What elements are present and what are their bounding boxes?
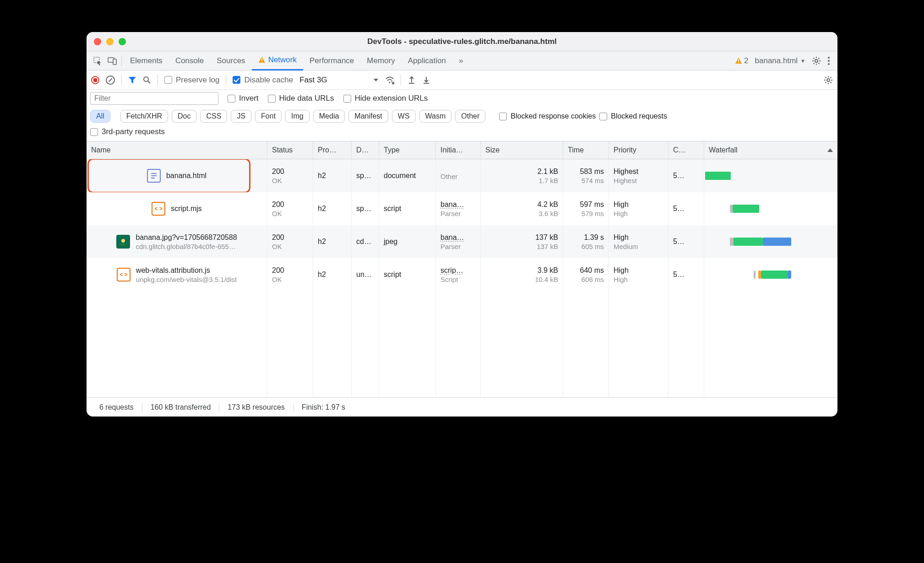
- svg-line-13: [818, 63, 819, 64]
- chip-img[interactable]: Img: [285, 110, 310, 123]
- network-settings-icon[interactable]: [824, 76, 833, 85]
- script-icon: < >: [117, 268, 130, 282]
- col-waterfall[interactable]: Waterfall: [704, 141, 837, 159]
- tab-performance[interactable]: Performance: [303, 51, 360, 70]
- svg-line-12: [814, 58, 815, 59]
- status-requests: 6 requests: [91, 403, 142, 411]
- svg-line-34: [826, 82, 826, 83]
- resource-origin: unpkg.com/web-vitals@3.5.1/dist: [136, 276, 237, 283]
- export-har-icon[interactable]: [408, 76, 416, 84]
- hide-data-urls-checkbox[interactable]: Hide data URLs: [268, 94, 334, 103]
- warning-icon: [258, 56, 266, 64]
- col-type[interactable]: Type: [379, 141, 436, 159]
- waterfall-bar: [704, 258, 837, 291]
- filter-bar: Invert Hide data URLs Hide extension URL…: [87, 90, 837, 107]
- waterfall-bar: [704, 159, 837, 192]
- chip-manifest[interactable]: Manifest: [348, 110, 388, 123]
- warning-icon: [735, 57, 742, 65]
- chip-media[interactable]: Media: [313, 110, 345, 123]
- blocked-response-cookies-checkbox[interactable]: Blocked response cookies: [499, 112, 596, 120]
- chip-fetch-xhr[interactable]: Fetch/XHR: [120, 110, 168, 123]
- throttling-select[interactable]: Fast 3G: [299, 76, 378, 85]
- titlebar: DevTools - speculative-rules.glitch.me/b…: [87, 32, 837, 51]
- initiator-link: Other: [440, 173, 476, 180]
- invert-checkbox[interactable]: Invert: [228, 94, 259, 103]
- col-initiator[interactable]: Initia…: [436, 141, 481, 159]
- search-icon[interactable]: [143, 76, 151, 84]
- separator: [226, 75, 226, 86]
- tab-network[interactable]: Network: [252, 51, 303, 70]
- network-row[interactable]: banana.jpg?v=1705668720588 cdn.glitch.gl…: [87, 225, 837, 258]
- import-har-icon[interactable]: [422, 76, 430, 84]
- network-table-body: banana.html 200OK h2 sp… document Other …: [87, 159, 837, 397]
- chip-js[interactable]: JS: [231, 110, 251, 123]
- col-status[interactable]: Status: [267, 141, 313, 159]
- close-window-button[interactable]: [94, 38, 101, 45]
- resource-name: banana.jpg?v=1705668720588: [136, 233, 237, 242]
- minimize-window-button[interactable]: [106, 38, 114, 45]
- status-resources: 173 kB resources: [219, 403, 294, 411]
- svg-point-18: [828, 63, 830, 65]
- filter-icon[interactable]: [128, 76, 136, 84]
- tab-application[interactable]: Application: [402, 51, 452, 70]
- svg-point-7: [815, 60, 818, 62]
- gear-icon[interactable]: [812, 56, 821, 65]
- col-size[interactable]: Size: [481, 141, 563, 159]
- chip-other[interactable]: Other: [455, 110, 485, 123]
- issues-counter[interactable]: 2: [735, 56, 748, 65]
- network-conditions-icon[interactable]: [385, 76, 394, 85]
- hide-extension-urls-checkbox[interactable]: Hide extension URLs: [343, 94, 428, 103]
- separator: [121, 75, 122, 86]
- blocked-requests-checkbox[interactable]: Blocked requests: [599, 112, 667, 120]
- svg-line-14: [814, 63, 815, 64]
- col-name[interactable]: Name: [87, 141, 267, 159]
- initiator-link[interactable]: scrip…: [440, 266, 476, 275]
- tab-elements[interactable]: Elements: [124, 51, 169, 70]
- filter-input[interactable]: [90, 92, 218, 105]
- device-toolbar-icon[interactable]: [105, 56, 120, 65]
- col-domain[interactable]: D…: [352, 141, 379, 159]
- svg-line-35: [830, 77, 831, 78]
- col-connection[interactable]: C…: [669, 141, 704, 159]
- inspect-element-icon[interactable]: [90, 56, 105, 65]
- resource-name: script.mjs: [171, 205, 202, 213]
- tab-sources[interactable]: Sources: [210, 51, 251, 70]
- chip-all[interactable]: All: [90, 110, 110, 123]
- record-button[interactable]: [91, 76, 99, 84]
- col-protocol[interactable]: Pro…: [313, 141, 352, 159]
- col-priority[interactable]: Priority: [609, 141, 669, 159]
- sort-asc-icon: [827, 148, 833, 152]
- initiator-link[interactable]: bana…: [440, 200, 476, 209]
- svg-line-32: [826, 77, 826, 78]
- svg-rect-3: [261, 59, 262, 61]
- resource-origin: cdn.glitch.global/87b4c0fe-655…: [136, 243, 237, 250]
- clear-button[interactable]: [106, 76, 115, 85]
- network-row[interactable]: < > web-vitals.attribution.js unpkg.com/…: [87, 258, 837, 291]
- preserve-log-checkbox[interactable]: Preserve log: [164, 76, 219, 85]
- zoom-window-button[interactable]: [119, 38, 126, 45]
- separator: [401, 75, 401, 86]
- chip-ws[interactable]: WS: [392, 110, 416, 123]
- kebab-menu-icon[interactable]: [827, 56, 830, 65]
- resource-name: web-vitals.attribution.js: [136, 266, 237, 275]
- tab-console[interactable]: Console: [169, 51, 210, 70]
- chip-font[interactable]: Font: [255, 110, 282, 123]
- chip-css[interactable]: CSS: [200, 110, 227, 123]
- third-party-row: 3rd-party requests: [87, 127, 837, 141]
- svg-point-17: [828, 60, 830, 62]
- disable-cache-checkbox[interactable]: Disable cache: [233, 76, 293, 85]
- svg-rect-2: [113, 59, 116, 65]
- chip-wasm[interactable]: Wasm: [419, 110, 452, 123]
- third-party-checkbox[interactable]: 3rd-party requests: [90, 127, 165, 136]
- tab-overflow[interactable]: »: [452, 51, 469, 70]
- tab-memory[interactable]: Memory: [360, 51, 401, 70]
- col-time[interactable]: Time: [563, 141, 609, 159]
- chip-doc[interactable]: Doc: [172, 110, 196, 123]
- network-row[interactable]: < > script.mjs 200OK h2 sp… script bana……: [87, 192, 837, 225]
- image-icon: [116, 235, 130, 249]
- initiator-link[interactable]: bana…: [440, 233, 476, 242]
- network-row[interactable]: banana.html 200OK h2 sp… document Other …: [87, 159, 837, 192]
- svg-point-16: [828, 57, 830, 59]
- target-selector[interactable]: banana.html ▼: [755, 56, 805, 65]
- svg-line-20: [148, 81, 150, 83]
